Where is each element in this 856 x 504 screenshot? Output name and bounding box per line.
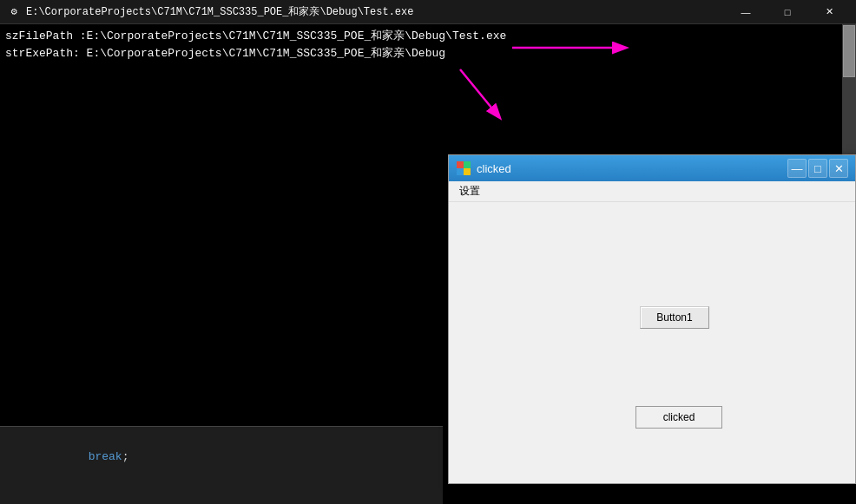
console-maximize-button[interactable]: □ <box>767 0 807 24</box>
dialog-title: clicked <box>477 162 782 175</box>
svg-rect-0 <box>457 161 464 168</box>
svg-rect-1 <box>464 161 471 168</box>
svg-rect-3 <box>464 168 471 175</box>
dialog-menu-settings[interactable]: 设置 <box>452 181 487 201</box>
console-output: szFilePath :E:\CorporateProjects\C71M\C7… <box>0 24 856 65</box>
console-icon: ⚙ <box>7 5 21 19</box>
code-line-1: break; <box>7 430 436 484</box>
dialog-minimize-button[interactable]: — <box>787 159 807 178</box>
svg-rect-2 <box>457 168 464 175</box>
console-minimize-button[interactable]: — <box>726 0 766 24</box>
button1[interactable]: Button1 <box>640 306 709 329</box>
dialog-titlebar: clicked — □ ✕ <box>449 155 855 181</box>
console-titlebar: ⚙ E:\CorporateProjects\C71M\C71M_SSC335_… <box>0 0 856 24</box>
dialog-app-icon <box>456 160 471 176</box>
dialog-window: clicked — □ ✕ 设置 Button1 clicked <box>448 154 856 484</box>
console-line-2: strExePath: E:\CorporateProjects\C71M\C7… <box>5 45 851 62</box>
dialog-close-button[interactable]: ✕ <box>829 159 848 178</box>
code-line-2: } <box>7 484 436 504</box>
console-close-button[interactable]: ✕ <box>809 0 849 24</box>
console-title: E:\CorporateProjects\C71M\C71M_SSC335_PO… <box>26 4 721 19</box>
dialog-maximize-button[interactable]: □ <box>808 159 827 178</box>
dialog-menubar: 设置 <box>449 181 855 202</box>
clicked-label: clicked <box>635 406 722 429</box>
console-controls: — □ ✕ <box>726 0 849 24</box>
dialog-controls: — □ ✕ <box>787 159 848 178</box>
scrollbar-thumb[interactable] <box>843 25 855 77</box>
console-line-1: szFilePath :E:\CorporateProjects\C71M\C7… <box>5 28 851 45</box>
code-area: break; } ← 的钩针织法 <box>0 426 443 504</box>
dialog-body: Button1 clicked <box>449 202 855 483</box>
